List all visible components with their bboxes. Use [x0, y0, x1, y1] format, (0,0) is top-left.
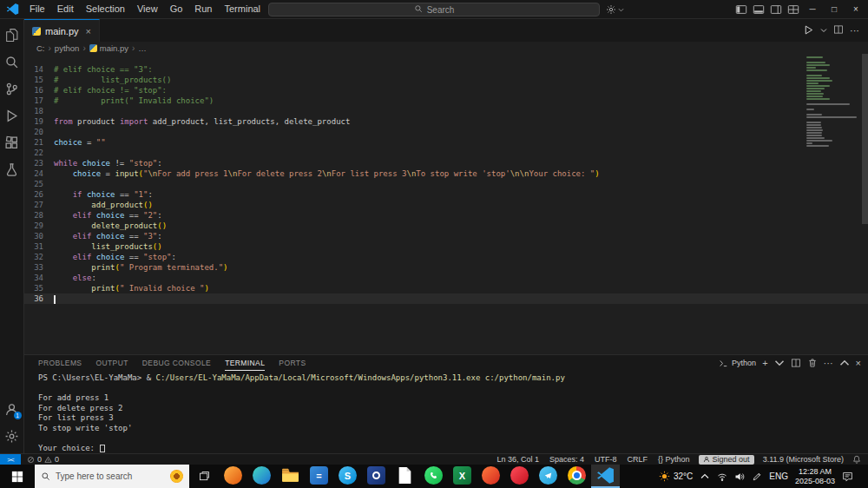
status-crlf[interactable]: CRLF — [622, 455, 654, 464]
run-python-file-icon[interactable] — [803, 24, 814, 37]
panel-tab-output[interactable]: OUTPUT — [89, 355, 135, 371]
panel-tab-terminal[interactable]: TERMINAL — [218, 355, 272, 371]
line-number[interactable]: 16 — [24, 85, 54, 96]
clock[interactable]: 12:28 AM 2025-08-03 — [795, 467, 835, 485]
line-number[interactable]: 27 — [24, 200, 54, 210]
status-utf-8[interactable]: UTF-8 — [589, 455, 622, 464]
tab-close-icon[interactable]: × — [86, 26, 91, 36]
run-dropdown-icon[interactable] — [820, 25, 827, 36]
chevron-up-icon[interactable] — [700, 472, 710, 482]
testing-icon[interactable] — [0, 156, 24, 183]
panel-more-icon[interactable]: ··· — [824, 359, 833, 368]
line-number[interactable]: 18 — [24, 106, 54, 116]
toggle-sidebar-icon[interactable] — [733, 2, 749, 17]
language-indicator[interactable]: ENG — [769, 472, 788, 481]
line-number[interactable]: 26 — [24, 189, 54, 200]
command-center-search[interactable]: Search — [268, 3, 600, 16]
terminal-profile[interactable]: Python — [719, 359, 756, 368]
split-editor-icon[interactable] — [833, 24, 844, 36]
menu-go[interactable]: Go — [164, 0, 189, 18]
taskbar-app-telegram[interactable] — [534, 465, 562, 488]
line-number[interactable]: 36 — [24, 293, 54, 304]
weather-widget[interactable]: 32°C — [659, 471, 693, 482]
maximize-panel-icon[interactable] — [839, 358, 850, 368]
tab-main.py[interactable]: main.py× — [24, 19, 100, 42]
taskbar-app-camera[interactable] — [362, 465, 391, 488]
split-terminal-icon[interactable] — [791, 358, 801, 368]
line-number[interactable]: 33 — [24, 262, 54, 273]
taskbar-app-file-explorer[interactable] — [276, 465, 305, 488]
terminal-output[interactable]: PS C:\Users\EL-YaMaMa> & C:/Users/EL-YaM… — [24, 371, 868, 453]
remote-indicator[interactable]: >< — [0, 454, 21, 465]
line-number[interactable]: 32 — [24, 252, 54, 262]
line-number[interactable]: 23 — [24, 158, 54, 168]
line-number[interactable]: 34 — [24, 273, 54, 283]
extensions-icon[interactable] — [0, 129, 24, 156]
line-number[interactable]: 17 — [24, 96, 54, 106]
more-actions-icon[interactable]: ··· — [850, 25, 859, 36]
taskbar-app-red-app[interactable] — [505, 465, 534, 488]
line-number[interactable]: 30 — [24, 231, 54, 241]
panel-tab-ports[interactable]: PORTS — [272, 355, 312, 371]
status--python[interactable]: {} Python — [653, 455, 695, 464]
status-signed-out[interactable]: Signed out — [699, 455, 754, 465]
toggle-secondary-sidebar-icon[interactable] — [767, 2, 784, 17]
taskbar-app-edge[interactable] — [247, 465, 276, 488]
line-number[interactable]: 29 — [24, 221, 54, 231]
network-icon[interactable] — [717, 472, 727, 482]
source-control-icon[interactable] — [0, 76, 24, 102]
panel-tab-debug-console[interactable]: DEBUG CONSOLE — [135, 355, 218, 371]
action-center-button[interactable] — [842, 471, 855, 482]
taskbar-app-excel[interactable]: X — [448, 465, 477, 488]
maximize-button[interactable]: □ — [824, 0, 845, 19]
taskbar-app-skype[interactable]: S — [333, 465, 362, 488]
minimize-button[interactable]: ─ — [802, 0, 823, 19]
close-panel-icon[interactable]: × — [856, 359, 861, 368]
taskbar-app-calculator[interactable]: = — [305, 465, 333, 488]
search-highlight-icon[interactable] — [170, 470, 183, 483]
notifications-bell-icon[interactable] — [849, 455, 868, 464]
line-number[interactable]: 22 — [24, 148, 54, 158]
breadcrumb-item[interactable]: main.py — [89, 43, 128, 53]
taskbar-app-whatsapp[interactable] — [419, 465, 448, 488]
toggle-panel-icon[interactable] — [750, 2, 766, 17]
kill-terminal-icon[interactable] — [807, 358, 818, 368]
status-ln-36-col-1[interactable]: Ln 36, Col 1 — [491, 455, 544, 464]
search-icon[interactable] — [0, 49, 24, 76]
code-editor[interactable]: 14# elif choice == "3":15# list_products… — [24, 54, 868, 354]
line-number[interactable]: 24 — [24, 168, 54, 179]
line-number[interactable]: 31 — [24, 241, 54, 252]
taskbar-app-document[interactable] — [391, 465, 419, 488]
status-spaces-4[interactable]: Spaces: 4 — [544, 455, 589, 464]
breadcrumb-item[interactable]: C: — [36, 43, 45, 53]
settings-icon[interactable] — [0, 423, 24, 450]
breadcrumb-item[interactable]: … — [138, 43, 147, 53]
accounts-icon[interactable]: 1 — [0, 396, 24, 423]
line-number[interactable]: 35 — [24, 283, 54, 293]
taskbar-app-firefox[interactable] — [219, 465, 247, 488]
menu-view[interactable]: View — [131, 0, 164, 18]
menu-terminal[interactable]: Terminal — [219, 0, 267, 18]
line-number[interactable]: 21 — [24, 137, 54, 148]
line-number[interactable]: 25 — [24, 179, 54, 189]
explorer-icon[interactable] — [0, 22, 24, 49]
line-number[interactable]: 15 — [24, 75, 54, 85]
volume-icon[interactable] — [734, 472, 745, 482]
menu-edit[interactable]: Edit — [51, 0, 80, 18]
taskbar-app-opera-gx[interactable] — [477, 465, 505, 488]
menu-run[interactable]: Run — [188, 0, 218, 18]
task-view-button[interactable] — [189, 465, 219, 488]
editor-scrollbar[interactable] — [862, 54, 868, 224]
line-number[interactable]: 28 — [24, 210, 54, 221]
terminal-dropdown-icon[interactable] — [774, 358, 785, 368]
pen-icon[interactable] — [752, 472, 762, 482]
panel-tab-problems[interactable]: PROBLEMS — [31, 355, 89, 371]
taskbar-app-vscode[interactable] — [591, 465, 620, 488]
menu-file[interactable]: File — [23, 0, 51, 18]
taskbar-search-input[interactable]: Type here to search — [35, 465, 189, 488]
minimap[interactable] — [806, 56, 860, 150]
close-button[interactable]: × — [845, 0, 866, 19]
problems-indicator[interactable]: 0 0 — [21, 455, 65, 464]
menu-selection[interactable]: Selection — [80, 0, 131, 18]
status-3-11-9-microsoft-store-[interactable]: 3.11.9 (Microsoft Store) — [758, 455, 849, 464]
